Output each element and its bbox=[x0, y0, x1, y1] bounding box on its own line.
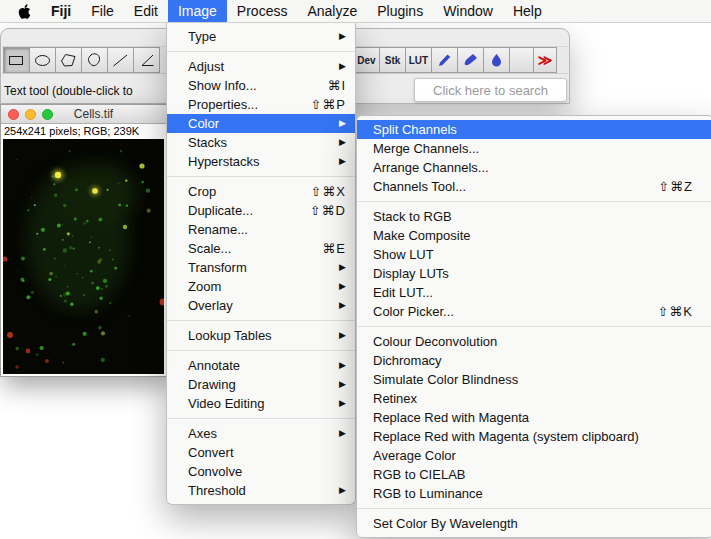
pencil-icon bbox=[434, 50, 455, 71]
close-button[interactable] bbox=[8, 109, 19, 120]
image-menu-item-label: Show Info... bbox=[188, 78, 313, 93]
angle-tool-button[interactable] bbox=[133, 47, 160, 73]
color-submenu-item-channels-tool[interactable]: Channels Tool... ⇧⌘Z bbox=[357, 177, 711, 196]
submenu-arrow-icon: ▶ bbox=[335, 394, 346, 413]
polygon-icon bbox=[58, 50, 79, 71]
image-menu-item-label: Color bbox=[188, 116, 317, 131]
image-menu-item-convolve[interactable]: Convolve bbox=[167, 462, 355, 481]
image-menu-item-hyperstacks[interactable]: Hyperstacks ▶ bbox=[167, 152, 355, 171]
menubar-item-file[interactable]: File bbox=[81, 0, 124, 22]
menubar-item-edit[interactable]: Edit bbox=[124, 0, 168, 22]
image-menu-item-label: Properties... bbox=[188, 97, 296, 112]
color-submenu-item-dichromacy[interactable]: Dichromacy bbox=[357, 351, 711, 370]
color-submenu-item-color-picker[interactable]: Color Picker... ⇧⌘K bbox=[357, 302, 711, 321]
image-menu-item-video-editing[interactable]: Video Editing ▶ bbox=[167, 394, 355, 413]
image-menu-item-overlay[interactable]: Overlay ▶ bbox=[167, 296, 355, 315]
menubar-item-help[interactable]: Help bbox=[503, 0, 552, 22]
color-submenu-item-label: RGB to CIELAB bbox=[373, 467, 679, 482]
image-menu-item-convert[interactable]: Convert bbox=[167, 443, 355, 462]
image-menu-dropdown: Type ▶ Adjust ▶ Show Info... ⌘I Properti… bbox=[166, 23, 356, 505]
submenu-arrow-icon: ▶ bbox=[335, 326, 346, 345]
color-submenu-item-arrange-channels[interactable]: Arrange Channels... bbox=[357, 158, 711, 177]
image-menu-item-stacks[interactable]: Stacks ▶ bbox=[167, 133, 355, 152]
color-submenu-dropdown: Split Channels Merge Channels... Arrange… bbox=[356, 115, 711, 538]
toolbar-button-stk[interactable]: Stk bbox=[379, 47, 406, 73]
menubar-item-window[interactable]: Window bbox=[433, 0, 503, 22]
image-menu-item-rename[interactable]: Rename... bbox=[167, 220, 355, 239]
color-submenu-item-replace-red-with-magenta-system-clipboard[interactable]: Replace Red with Magenta (system clipboa… bbox=[357, 427, 711, 446]
color-submenu-item-show-lut[interactable]: Show LUT bbox=[357, 245, 711, 264]
color-submenu-item-make-composite[interactable]: Make Composite bbox=[357, 226, 711, 245]
flood-fill-tool-button[interactable] bbox=[483, 47, 510, 73]
line-tool-button[interactable] bbox=[107, 47, 134, 73]
submenu-arrow-icon: ▶ bbox=[335, 296, 346, 315]
rectangle-tool-button[interactable] bbox=[3, 47, 30, 73]
image-menu-item-duplicate[interactable]: Duplicate... ⇧⌘D bbox=[167, 201, 355, 220]
color-submenu-item-rgb-to-luminance[interactable]: RGB to Luminance bbox=[357, 484, 711, 503]
menubar-item-fiji[interactable]: Fiji bbox=[41, 0, 81, 22]
rectangle-icon bbox=[6, 50, 27, 71]
image-menu-item-color[interactable]: Color ▶ bbox=[167, 114, 355, 133]
color-submenu-item-label: RGB to Luminance bbox=[373, 486, 679, 501]
image-menu-item-zoom[interactable]: Zoom ▶ bbox=[167, 277, 355, 296]
color-submenu-item-stack-to-rgb[interactable]: Stack to RGB bbox=[357, 207, 711, 226]
freehand-tool-button[interactable] bbox=[81, 47, 108, 73]
submenu-arrow-icon: ▶ bbox=[335, 258, 346, 277]
image-menu-item-crop[interactable]: Crop ⇧⌘X bbox=[167, 182, 355, 201]
cells-image-window: Cells.tif 254x241 pixels; RGB; 239K bbox=[0, 104, 167, 377]
image-menu-item-transform[interactable]: Transform ▶ bbox=[167, 258, 355, 277]
menubar-item-image[interactable]: Image bbox=[168, 0, 227, 22]
color-submenu-item-colour-deconvolution[interactable]: Colour Deconvolution bbox=[357, 332, 711, 351]
image-menu-item-label: Hyperstacks bbox=[188, 154, 317, 169]
pencil-tool-button[interactable] bbox=[431, 47, 458, 73]
color-submenu-item-simulate-color-blindness[interactable]: Simulate Color Blindness bbox=[357, 370, 711, 389]
oval-tool-button[interactable] bbox=[29, 47, 56, 73]
color-submenu-item-display-luts[interactable]: Display LUTs bbox=[357, 264, 711, 283]
toolbar-button-lut[interactable]: LUT bbox=[405, 47, 432, 73]
image-menu-item-axes[interactable]: Axes ▶ bbox=[167, 424, 355, 443]
more-tools-button[interactable]: ≫ bbox=[533, 47, 557, 73]
image-menu-item-scale[interactable]: Scale... ⌘E bbox=[167, 239, 355, 258]
toolbar-button-dev[interactable]: Dev bbox=[353, 47, 380, 73]
color-submenu-item-label: Replace Red with Magenta (system clipboa… bbox=[373, 429, 679, 444]
paintbrush-tool-button[interactable] bbox=[457, 47, 484, 73]
color-submenu-item-average-color[interactable]: Average Color bbox=[357, 446, 711, 465]
cells-titlebar[interactable]: Cells.tif bbox=[1, 105, 166, 124]
image-menu-item-drawing[interactable]: Drawing ▶ bbox=[167, 375, 355, 394]
image-menu-item-label: Adjust bbox=[188, 59, 317, 74]
image-menu-item-show-info[interactable]: Show Info... ⌘I bbox=[167, 76, 355, 95]
color-submenu-item-replace-red-with-magenta[interactable]: Replace Red with Magenta bbox=[357, 408, 711, 427]
image-menu-item-annotate[interactable]: Annotate ▶ bbox=[167, 356, 355, 375]
color-submenu-item-rgb-to-cielab[interactable]: RGB to CIELAB bbox=[357, 465, 711, 484]
color-submenu-item-label: Make Composite bbox=[373, 228, 679, 243]
image-menu-item-lookup-tables[interactable]: Lookup Tables ▶ bbox=[167, 326, 355, 345]
minimize-button[interactable] bbox=[25, 109, 36, 120]
toolbar-text-buttons: DevStkLUT bbox=[353, 47, 431, 73]
empty-tool-button[interactable] bbox=[509, 47, 534, 73]
menubar-item-process[interactable]: Process bbox=[227, 0, 298, 22]
image-menu-item-label: Lookup Tables bbox=[188, 328, 317, 343]
image-menu-item-properties[interactable]: Properties... ⇧⌘P bbox=[167, 95, 355, 114]
apple-menu[interactable] bbox=[8, 0, 41, 22]
color-submenu-item-set-color-by-wavelength[interactable]: Set Color By Wavelength bbox=[357, 514, 711, 533]
image-menu-item-label: Duplicate... bbox=[188, 203, 296, 218]
image-menu-item-type[interactable]: Type ▶ bbox=[167, 27, 355, 46]
angle-icon bbox=[136, 50, 157, 71]
color-submenu-item-merge-channels[interactable]: Merge Channels... bbox=[357, 139, 711, 158]
image-menu-item-label: Convert bbox=[188, 445, 332, 460]
search-box[interactable]: Click here to search bbox=[414, 78, 567, 102]
menubar-item-plugins[interactable]: Plugins bbox=[367, 0, 433, 22]
color-submenu-item-split-channels[interactable]: Split Channels bbox=[357, 120, 711, 139]
polygon-tool-button[interactable] bbox=[55, 47, 82, 73]
color-submenu-item-label: Average Color bbox=[373, 448, 679, 463]
color-submenu-item-label: Retinex bbox=[373, 391, 679, 406]
image-menu-item-adjust[interactable]: Adjust ▶ bbox=[167, 57, 355, 76]
image-menu-item-threshold[interactable]: Threshold ▶ bbox=[167, 481, 355, 500]
cells-image-canvas[interactable] bbox=[3, 139, 164, 374]
color-submenu-item-label: Channels Tool... bbox=[373, 179, 644, 194]
toolbar-button-label: LUT bbox=[409, 55, 428, 66]
menubar-item-analyze[interactable]: Analyze bbox=[297, 0, 367, 22]
color-submenu-item-edit-lut[interactable]: Edit LUT... bbox=[357, 283, 711, 302]
color-submenu-item-retinex[interactable]: Retinex bbox=[357, 389, 711, 408]
zoom-window-button[interactable] bbox=[42, 109, 53, 120]
